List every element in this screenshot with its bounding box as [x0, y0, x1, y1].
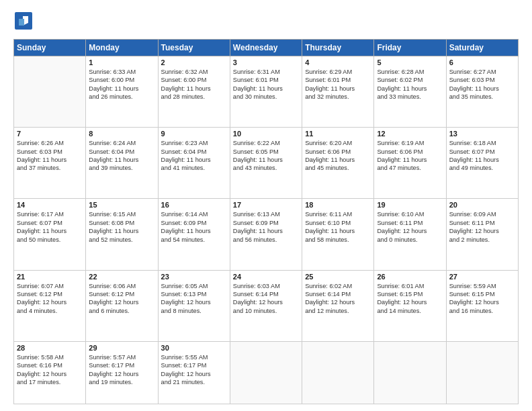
day-number: 23	[161, 273, 227, 281]
calendar-cell: 20Sunrise: 6:09 AM Sunset: 6:11 PM Dayli…	[446, 199, 518, 270]
calendar-cell	[230, 341, 302, 404]
day-number: 24	[233, 273, 299, 281]
page: SundayMondayTuesdayWednesdayThursdayFrid…	[0, 0, 532, 411]
day-number: 19	[377, 201, 443, 209]
day-info: Sunrise: 6:02 AM Sunset: 6:14 PM Dayligh…	[305, 282, 371, 316]
day-number: 18	[305, 201, 371, 209]
day-number: 28	[17, 344, 83, 352]
calendar-cell: 23Sunrise: 6:05 AM Sunset: 6:13 PM Dayli…	[158, 270, 230, 341]
calendar-cell	[446, 341, 518, 404]
weekday-header: Tuesday	[158, 40, 230, 56]
day-info: Sunrise: 5:57 AM Sunset: 6:17 PM Dayligh…	[89, 353, 154, 387]
calendar-cell	[302, 341, 374, 404]
calendar-cell: 3Sunrise: 6:31 AM Sunset: 6:01 PM Daylig…	[230, 56, 302, 128]
day-number: 5	[377, 58, 443, 66]
day-info: Sunrise: 6:31 AM Sunset: 6:01 PM Dayligh…	[233, 68, 299, 101]
day-info: Sunrise: 6:27 AM Sunset: 6:03 PM Dayligh…	[449, 68, 515, 101]
calendar-cell: 24Sunrise: 6:03 AM Sunset: 6:14 PM Dayli…	[230, 270, 302, 341]
calendar-cell: 29Sunrise: 5:57 AM Sunset: 6:17 PM Dayli…	[86, 341, 158, 404]
day-number: 22	[89, 273, 154, 281]
day-number: 27	[449, 273, 515, 281]
day-info: Sunrise: 6:17 AM Sunset: 6:07 PM Dayligh…	[17, 210, 83, 244]
calendar-cell: 6Sunrise: 6:27 AM Sunset: 6:03 PM Daylig…	[446, 56, 518, 128]
calendar-cell: 28Sunrise: 5:58 AM Sunset: 6:16 PM Dayli…	[14, 341, 86, 404]
day-info: Sunrise: 5:55 AM Sunset: 6:17 PM Dayligh…	[161, 353, 227, 387]
day-number: 14	[17, 201, 83, 209]
calendar-cell	[374, 341, 446, 404]
weekday-header: Thursday	[302, 40, 374, 56]
calendar-cell: 21Sunrise: 6:07 AM Sunset: 6:12 PM Dayli…	[14, 270, 86, 341]
calendar-week-row: 28Sunrise: 5:58 AM Sunset: 6:16 PM Dayli…	[14, 341, 519, 404]
calendar-cell: 15Sunrise: 6:15 AM Sunset: 6:08 PM Dayli…	[86, 199, 158, 270]
calendar-cell	[14, 56, 86, 128]
day-number: 12	[377, 130, 443, 138]
day-info: Sunrise: 6:13 AM Sunset: 6:09 PM Dayligh…	[233, 210, 299, 244]
day-info: Sunrise: 6:33 AM Sunset: 6:00 PM Dayligh…	[89, 68, 154, 101]
day-info: Sunrise: 6:32 AM Sunset: 6:00 PM Dayligh…	[161, 68, 227, 101]
day-info: Sunrise: 6:26 AM Sunset: 6:03 PM Dayligh…	[17, 139, 83, 173]
calendar-cell: 17Sunrise: 6:13 AM Sunset: 6:09 PM Dayli…	[230, 199, 302, 270]
day-info: Sunrise: 6:03 AM Sunset: 6:14 PM Dayligh…	[233, 282, 299, 316]
day-number: 13	[449, 130, 515, 138]
header	[13, 11, 519, 32]
day-number: 8	[89, 130, 154, 138]
day-number: 7	[17, 130, 83, 138]
day-info: Sunrise: 6:28 AM Sunset: 6:02 PM Dayligh…	[377, 68, 443, 101]
calendar-cell: 16Sunrise: 6:14 AM Sunset: 6:09 PM Dayli…	[158, 199, 230, 270]
calendar-cell: 30Sunrise: 5:55 AM Sunset: 6:17 PM Dayli…	[158, 341, 230, 404]
day-info: Sunrise: 6:24 AM Sunset: 6:04 PM Dayligh…	[89, 139, 154, 173]
day-number: 2	[161, 58, 227, 66]
logo-icon	[13, 11, 34, 31]
calendar-cell: 7Sunrise: 6:26 AM Sunset: 6:03 PM Daylig…	[14, 128, 86, 199]
calendar-cell: 8Sunrise: 6:24 AM Sunset: 6:04 PM Daylig…	[86, 128, 158, 199]
day-number: 17	[233, 201, 299, 209]
day-info: Sunrise: 5:59 AM Sunset: 6:15 PM Dayligh…	[449, 282, 515, 316]
day-info: Sunrise: 6:06 AM Sunset: 6:12 PM Dayligh…	[89, 282, 154, 316]
day-number: 20	[449, 201, 515, 209]
logo	[13, 11, 36, 32]
calendar-cell: 25Sunrise: 6:02 AM Sunset: 6:14 PM Dayli…	[302, 270, 374, 341]
day-number: 15	[89, 201, 154, 209]
calendar-week-row: 1Sunrise: 6:33 AM Sunset: 6:00 PM Daylig…	[14, 56, 519, 128]
day-info: Sunrise: 6:20 AM Sunset: 6:06 PM Dayligh…	[305, 139, 371, 173]
calendar-cell: 9Sunrise: 6:23 AM Sunset: 6:04 PM Daylig…	[158, 128, 230, 199]
day-number: 3	[233, 58, 299, 66]
day-number: 4	[305, 58, 371, 66]
calendar-cell: 18Sunrise: 6:11 AM Sunset: 6:10 PM Dayli…	[302, 199, 374, 270]
weekday-header: Wednesday	[230, 40, 302, 56]
calendar-cell: 19Sunrise: 6:10 AM Sunset: 6:11 PM Dayli…	[374, 199, 446, 270]
day-info: Sunrise: 6:19 AM Sunset: 6:06 PM Dayligh…	[377, 139, 443, 173]
day-number: 21	[17, 273, 83, 281]
day-info: Sunrise: 6:22 AM Sunset: 6:05 PM Dayligh…	[233, 139, 299, 173]
day-info: Sunrise: 6:01 AM Sunset: 6:15 PM Dayligh…	[377, 282, 443, 316]
day-number: 25	[305, 273, 371, 281]
calendar-cell: 1Sunrise: 6:33 AM Sunset: 6:00 PM Daylig…	[86, 56, 158, 128]
calendar-cell: 26Sunrise: 6:01 AM Sunset: 6:15 PM Dayli…	[374, 270, 446, 341]
calendar-week-row: 14Sunrise: 6:17 AM Sunset: 6:07 PM Dayli…	[14, 199, 519, 270]
day-number: 6	[449, 58, 515, 66]
calendar-cell: 11Sunrise: 6:20 AM Sunset: 6:06 PM Dayli…	[302, 128, 374, 199]
calendar-cell: 14Sunrise: 6:17 AM Sunset: 6:07 PM Dayli…	[14, 199, 86, 270]
day-info: Sunrise: 6:10 AM Sunset: 6:11 PM Dayligh…	[377, 210, 443, 244]
calendar-cell: 4Sunrise: 6:29 AM Sunset: 6:01 PM Daylig…	[302, 56, 374, 128]
calendar-table: SundayMondayTuesdayWednesdayThursdayFrid…	[13, 39, 519, 404]
day-info: Sunrise: 6:14 AM Sunset: 6:09 PM Dayligh…	[161, 210, 227, 244]
weekday-header: Sunday	[14, 40, 86, 56]
weekday-header: Saturday	[446, 40, 518, 56]
day-number: 1	[89, 58, 154, 66]
day-info: Sunrise: 6:18 AM Sunset: 6:07 PM Dayligh…	[449, 139, 515, 173]
day-number: 29	[89, 344, 154, 352]
calendar-cell: 12Sunrise: 6:19 AM Sunset: 6:06 PM Dayli…	[374, 128, 446, 199]
day-info: Sunrise: 6:23 AM Sunset: 6:04 PM Dayligh…	[161, 139, 227, 173]
day-info: Sunrise: 6:07 AM Sunset: 6:12 PM Dayligh…	[17, 282, 83, 316]
day-info: Sunrise: 6:15 AM Sunset: 6:08 PM Dayligh…	[89, 210, 154, 244]
svg-marker-2	[19, 19, 24, 26]
day-number: 26	[377, 273, 443, 281]
weekday-header: Friday	[374, 40, 446, 56]
day-number: 16	[161, 201, 227, 209]
day-info: Sunrise: 6:05 AM Sunset: 6:13 PM Dayligh…	[161, 282, 227, 316]
calendar-cell: 27Sunrise: 5:59 AM Sunset: 6:15 PM Dayli…	[446, 270, 518, 341]
calendar-week-row: 21Sunrise: 6:07 AM Sunset: 6:12 PM Dayli…	[14, 270, 519, 341]
day-number: 10	[233, 130, 299, 138]
day-number: 9	[161, 130, 227, 138]
